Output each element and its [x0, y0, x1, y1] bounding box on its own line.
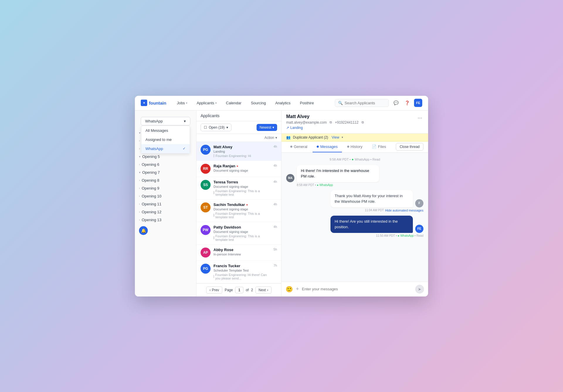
sidebar-item[interactable]: ▾Opening 7 — [135, 168, 196, 176]
message-group-received: MA Hi there! I'm interested in the wareh… — [286, 165, 423, 187]
sidebar-item[interactable]: ›Opening 6 — [135, 161, 196, 168]
chevron-icon: › — [139, 210, 140, 214]
sidebar-item[interactable]: ›Opening 13 — [135, 216, 196, 224]
list-item[interactable]: PW Patty Davidson Document signing stage… — [196, 222, 281, 245]
nav-sourcing[interactable]: Sourcing — [249, 100, 267, 106]
emoji-btn[interactable]: 🙂 — [286, 286, 293, 293]
main-content: WhatsApp ▾ All Messages Assigned to me W… — [135, 110, 428, 296]
sidebar-item[interactable]: ›Opening 11 — [135, 200, 196, 208]
user-avatar[interactable]: FE — [414, 99, 422, 107]
files-icon: 📄 — [372, 144, 377, 149]
filter-dropdown[interactable]: WhatsApp ▾ All Messages Assigned to me W… — [141, 117, 190, 125]
open-filter-icon: ☐ — [204, 125, 207, 129]
chevron-right-icon: › — [267, 288, 268, 292]
message-row: Thank you Matt Alvey for your interest i… — [286, 190, 423, 207]
message-avatar: FE — [415, 225, 423, 233]
preview-bar — [213, 154, 214, 157]
dropdown-menu: All Messages Assigned to me WhatsApp ✓ — [141, 126, 190, 154]
chevron-down-icon[interactable]: ▾ — [342, 136, 343, 139]
sidebar-item[interactable]: ›Opening 12 — [135, 208, 196, 216]
nav-analytics[interactable]: Analytics — [274, 100, 292, 106]
list-item[interactable]: RR Raja Ranjan ● Document signing stage … — [196, 161, 281, 177]
copy-email-icon[interactable]: ⧉ — [330, 120, 332, 124]
sidebar-item[interactable]: ›Opening 10 — [135, 192, 196, 200]
nav-applicants[interactable]: Applicants ▾ — [195, 100, 218, 106]
avatar: PW — [201, 225, 211, 235]
thread-user-info: Matt Alvey matt.alvey@example.com ⧉ +919… — [286, 114, 364, 130]
whatsapp-icon: ● WhatsApp — [317, 183, 333, 187]
more-options-btn[interactable]: ⋯ — [416, 114, 423, 122]
preview-bar — [213, 275, 214, 278]
chevron-icon: › — [139, 147, 140, 150]
search-box[interactable]: 🔍 — [335, 99, 389, 107]
sidebar-item[interactable]: ›Opening 8 — [135, 176, 196, 184]
page-input[interactable] — [235, 287, 243, 293]
preview-bar — [213, 236, 214, 239]
tab-general[interactable]: General — [286, 142, 311, 152]
search-input[interactable] — [345, 101, 386, 105]
message-timestamp: 9:58 AM PDT • ● WhatsApp • Read — [286, 157, 423, 161]
chevron-icon: › — [139, 179, 140, 182]
avatar: ST — [201, 202, 211, 212]
chevron-down-icon: ▾ — [275, 136, 277, 140]
send-btn[interactable]: ➤ — [415, 285, 424, 294]
close-thread-btn[interactable]: Close thread — [396, 143, 423, 151]
list-item[interactable]: PG Matt Alvey Landing Fountain Engineeri… — [196, 142, 281, 161]
message-input[interactable] — [302, 287, 412, 291]
user-email: matt.alvey@example.com — [286, 120, 327, 125]
hide-automated-link[interactable]: Hide automated messages — [385, 209, 423, 212]
nav-jobs[interactable]: Jobs ▾ — [175, 100, 189, 106]
chevron-down-icon: ▾ — [186, 101, 187, 105]
help-icon-btn[interactable]: ❓ — [403, 99, 411, 107]
applicant-time: 4h — [274, 145, 277, 148]
copy-phone-icon[interactable]: ⧉ — [362, 120, 364, 124]
applicant-time: 4h — [274, 180, 277, 183]
prev-btn[interactable]: ‹ Prev — [206, 287, 222, 294]
list-item[interactable]: ST Sachin Tendulkar ● Document signing s… — [196, 200, 281, 222]
dropdown-item-assigned[interactable]: Assigned to me — [141, 135, 190, 144]
sidebar-item[interactable]: ▾Opening 5 — [135, 153, 196, 161]
action-btn[interactable]: Action ▾ — [264, 136, 277, 140]
chat-icon-btn[interactable]: 💬 — [392, 99, 400, 107]
view-duplicate-link[interactable]: View — [332, 135, 339, 139]
applicant-time: 4h — [274, 202, 277, 206]
message-meta: 11:04 AM PDT Hide automated messages — [286, 209, 423, 212]
user-phone: +91922441112 — [335, 120, 358, 125]
list-item[interactable]: PG Francis Tucker Scheduler Template Tes… — [196, 261, 281, 283]
tab-history[interactable]: History — [343, 142, 367, 152]
tab-messages[interactable]: Messages — [313, 142, 342, 152]
nav-calendar[interactable]: Calendar — [224, 100, 243, 106]
duplicate-icon: 👥 — [286, 135, 291, 139]
preview-bar — [213, 191, 214, 194]
chevron-icon: › — [139, 187, 140, 190]
sidebar: WhatsApp ▾ All Messages Assigned to me W… — [135, 110, 196, 296]
applicants-title: Applicants — [201, 113, 220, 118]
add-attachment-btn[interactable]: + — [296, 286, 299, 292]
message-row: MA Hi there! I'm interested in the wareh… — [286, 165, 423, 182]
thread-header: Matt Alvey matt.alvey@example.com ⧉ +919… — [282, 110, 428, 134]
check-icon: ✓ — [183, 146, 186, 151]
applicants-list: PG Matt Alvey Landing Fountain Engineeri… — [196, 142, 281, 283]
notification-bell[interactable]: 🔔 — [139, 226, 148, 235]
tab-files[interactable]: 📄 Files — [368, 142, 390, 152]
message-avatar: F — [415, 199, 423, 207]
avatar: PG — [201, 264, 211, 274]
open-filter-label: Open (19) — [209, 125, 225, 129]
chevron-left-icon: ‹ — [209, 288, 211, 292]
chevron-icon: › — [139, 195, 140, 198]
list-item[interactable]: AP Abby Rose In-person Interview 5h — [196, 245, 281, 261]
chevron-icon: › — [139, 163, 140, 166]
topbar: ✦ fountain Jobs ▾ Applicants ▾ Calendar … — [135, 96, 428, 110]
chevron-icon: › — [139, 218, 140, 221]
nav-posthire[interactable]: Posthire — [298, 100, 316, 106]
app-window: ✦ fountain Jobs ▾ Applicants ▾ Calendar … — [135, 96, 428, 296]
dropdown-item-whatsapp[interactable]: WhatsApp ✓ — [141, 144, 190, 153]
dropdown-item-all[interactable]: All Messages — [141, 126, 190, 135]
newest-sort-btn[interactable]: Newest ▾ — [257, 124, 277, 131]
pagination: ‹ Prev Page of 2 Next › — [196, 283, 281, 296]
chevron-icon: › — [139, 139, 140, 142]
sidebar-item[interactable]: ›Opening 9 — [135, 184, 196, 192]
next-btn[interactable]: Next › — [255, 287, 272, 294]
open-filter[interactable]: ☐ Open (19) ▾ — [201, 124, 231, 131]
list-item[interactable]: SS Teresa Torres Document signing stage … — [196, 177, 281, 200]
